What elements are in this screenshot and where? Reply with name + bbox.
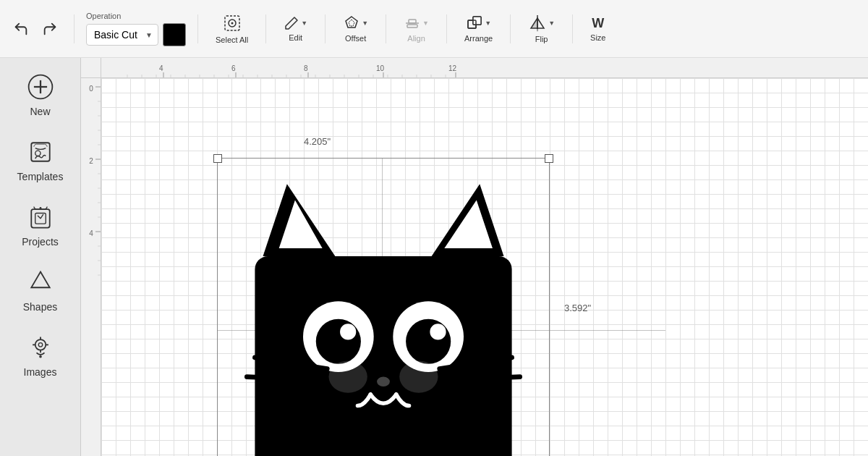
size-icon-group: W [592, 16, 604, 31]
operation-select-wrapper: Basic Cut Draw Score Engrave [86, 24, 158, 46]
svg-point-25 [38, 343, 42, 347]
new-icon [26, 72, 55, 101]
svg-point-93 [414, 340, 430, 356]
operation-controls: Basic Cut Draw Score Engrave [86, 23, 186, 46]
align-dropdown-arrow: ▼ [422, 20, 429, 27]
undo-redo-group [9, 17, 62, 41]
templates-icon [26, 138, 55, 166]
select-all-tool[interactable]: Select All [210, 10, 254, 47]
divider-1 [74, 14, 75, 43]
color-swatch[interactable] [163, 23, 186, 46]
sidebar: New Templates Projects [0, 58, 81, 456]
svg-rect-7 [407, 25, 417, 28]
select-all-label: Select All [216, 35, 248, 44]
svg-point-88 [316, 319, 361, 364]
canvas-content: 4.205" 3.592" [101, 78, 868, 456]
svg-text:2: 2 [89, 157, 93, 165]
shapes-icon [26, 268, 55, 297]
svg-point-95 [377, 377, 390, 387]
projects-icon [26, 203, 55, 232]
svg-point-30 [39, 355, 42, 358]
svg-text:10: 10 [376, 64, 385, 72]
sidebar-item-shapes-label: Shapes [23, 301, 57, 313]
edit-dropdown-arrow: ▼ [301, 20, 307, 27]
svg-line-100 [443, 377, 520, 380]
sidebar-item-templates[interactable]: Templates [8, 129, 73, 191]
operation-section: Operation Basic Cut Draw Score Engrave [86, 12, 186, 46]
dimension-width-label: 4.205" [304, 136, 331, 147]
sidebar-item-shapes[interactable]: Shapes [8, 259, 73, 321]
arrange-icon [466, 14, 483, 32]
canvas-area[interactable]: 4 6 8 10 12 [81, 58, 868, 456]
svg-point-102 [329, 360, 367, 392]
main-area: New Templates Projects [0, 58, 868, 456]
sidebar-item-projects[interactable]: Projects [8, 194, 73, 256]
offset-icon-group: ▼ [343, 14, 368, 32]
divider-4 [325, 14, 326, 43]
ruler-left: 0 2 4 [81, 78, 101, 456]
sidebar-item-new-label: New [30, 106, 50, 117]
offset-icon [343, 14, 360, 32]
flip-icon-group: ▼ [528, 14, 555, 33]
align-icon [404, 14, 421, 32]
svg-point-22 [39, 207, 41, 209]
toolbar: Operation Basic Cut Draw Score Engrave S… [0, 0, 868, 58]
svg-point-2 [231, 22, 233, 25]
divider-7 [510, 14, 511, 43]
arrange-icon-group: ▼ [466, 14, 491, 32]
svg-text:0: 0 [89, 85, 93, 93]
dimension-height-label: 3.592" [564, 303, 591, 313]
svg-point-103 [399, 360, 438, 392]
svg-line-97 [247, 377, 324, 380]
divider-5 [386, 14, 386, 43]
svg-text:12: 12 [448, 64, 457, 72]
ruler-corner [81, 58, 101, 78]
cat-svg [223, 164, 544, 456]
flip-label: Flip [535, 35, 548, 43]
svg-rect-81 [255, 256, 511, 456]
align-tool[interactable]: ▼ Align [398, 12, 435, 46]
arrange-tool[interactable]: ▼ Arrange [459, 12, 498, 46]
svg-text:4: 4 [89, 229, 93, 237]
svg-point-19 [35, 151, 40, 156]
offset-dropdown-arrow: ▼ [362, 20, 368, 27]
divider-3 [265, 14, 266, 43]
svg-point-90 [340, 324, 356, 339]
svg-marker-4 [349, 20, 354, 26]
size-icon-text: W [592, 16, 604, 31]
divider-2 [197, 14, 198, 43]
flip-tool[interactable]: ▼ Flip [522, 11, 561, 46]
handle-top-left[interactable] [213, 154, 222, 163]
svg-point-89 [406, 319, 451, 364]
svg-marker-23 [31, 271, 49, 287]
align-icon-group: ▼ [404, 14, 429, 32]
cat-design[interactable] [223, 164, 544, 456]
align-label: Align [407, 34, 425, 43]
offset-tool[interactable]: ▼ Offset [337, 12, 374, 46]
svg-text:4: 4 [159, 64, 163, 72]
edit-tool[interactable]: ▼ Edit [278, 12, 313, 45]
divider-8 [572, 14, 573, 43]
size-tool[interactable]: W Size [584, 13, 611, 45]
operation-label: Operation [86, 12, 121, 20]
select-all-icon-group [222, 13, 242, 33]
offset-label: Offset [345, 34, 366, 43]
redo-button[interactable] [38, 17, 62, 41]
edit-icon-group: ▼ [284, 15, 307, 31]
arrange-label: Arrange [464, 34, 493, 43]
sidebar-item-templates-label: Templates [17, 171, 64, 182]
svg-marker-14 [537, 18, 544, 28]
svg-marker-13 [531, 18, 537, 28]
ruler-top: 4 6 8 10 12 [101, 58, 868, 78]
sidebar-item-images[interactable]: Images [8, 324, 73, 387]
sidebar-item-new[interactable]: New [8, 64, 73, 126]
ruler-left-svg: 0 2 4 [81, 78, 101, 456]
arrange-dropdown-arrow: ▼ [485, 20, 491, 27]
handle-top-right[interactable] [545, 154, 553, 163]
svg-text:6: 6 [231, 64, 236, 72]
undo-button[interactable] [9, 17, 33, 41]
svg-text:8: 8 [304, 64, 308, 72]
operation-select[interactable]: Basic Cut Draw Score Engrave [86, 24, 158, 46]
ruler-top-svg: 4 6 8 10 12 [101, 58, 868, 78]
svg-rect-6 [409, 20, 416, 23]
